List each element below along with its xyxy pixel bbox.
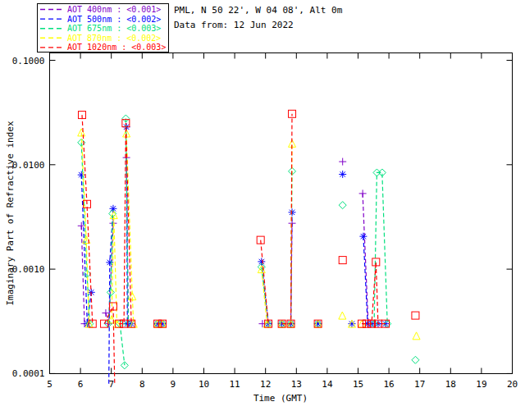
series-line [108,213,112,323]
legend-label: AOT 400nm : <0.001> [67,5,161,14]
asterisk-marker [258,258,265,265]
series-aot-1020nm [78,110,418,383]
x-tick-label: 16 [383,379,394,390]
asterisk-marker [359,233,367,240]
header-location: PML, N 50 22', W 04 08', Alt 0m [174,5,343,16]
asterisk-marker [109,205,116,212]
plot-frame [50,53,513,374]
triangle-marker [339,312,346,319]
x-tick-label: 12 [260,379,271,390]
legend-item: AOT 1020nm : <0.003> [40,43,166,52]
series-aot-400nm [78,154,372,328]
asterisk-marker [78,171,85,179]
x-tick-label: 19 [476,379,486,390]
square-marker [289,110,296,117]
legend-label: AOT 1020nm : <0.003> [67,43,166,52]
refractive-index-chart: PML, N 50 22', W 04 08', Alt 0m Data fro… [0,0,525,420]
series-line [282,171,292,324]
legend-label: AOT 500nm : <0.002> [67,15,161,24]
legend-label: AOT 870nm : <0.002> [67,34,161,43]
series-line [282,114,292,324]
x-tick-label: 14 [322,379,333,390]
x-tick-label: 18 [445,379,456,390]
x-tick-label: 7 [108,379,114,390]
square-marker [339,257,346,264]
series-line [120,324,125,366]
series-line [262,269,267,324]
legend-item: AOT 870nm : <0.002> [40,34,161,43]
y-tick-label: 0.0010 [12,264,45,275]
y-tick-label: 0.0001 [12,368,45,379]
legend: AOT 400nm : <0.001>AOT 500nm : <0.002>AO… [38,4,169,52]
diamond-marker [121,362,128,369]
x-tick-label: 13 [291,379,302,390]
legend-item: AOT 675nm : <0.003> [40,24,161,33]
x-tick-label: 15 [353,379,363,390]
aeronet-plot-page: PML, N 50 22', W 04 08', Alt 0m Data fro… [0,0,525,420]
series-line [363,194,368,324]
x-tick-label: 8 [139,379,145,390]
square-marker [412,312,419,319]
legend-item: AOT 500nm : <0.002> [40,15,161,24]
y-tick-label: 0.1000 [12,56,45,66]
header-date: Data from: 12 Jun 2022 [174,20,294,30]
asterisk-marker [314,320,322,327]
diamond-marker [412,356,419,363]
x-tick-label: 6 [78,379,84,390]
x-tick-label: 5 [47,379,52,390]
series-line [282,212,292,324]
series-line [119,123,131,324]
diamond-marker [339,202,346,209]
legend-label: AOT 675nm : <0.003> [67,24,161,33]
x-tick-label: 10 [199,379,209,390]
plot-area [78,110,420,383]
plus-marker [359,189,367,197]
series-line [374,172,387,323]
x-axis-title: Time (GMT) [253,393,308,404]
y-axis-title: Imaginary Part of Refractive index [5,121,16,306]
x-tick-label: 11 [229,379,240,390]
x-tick-label: 17 [414,379,425,390]
series-line [126,134,134,324]
x-tick-label: 9 [171,379,176,390]
y-tick-label: 0.0100 [12,160,45,171]
triangle-marker [413,332,420,340]
x-tick-label: 20 [507,379,518,390]
asterisk-marker [339,171,346,178]
plus-marker [339,158,346,166]
legend-item: AOT 400nm : <0.001> [40,5,161,14]
asterisk-marker [348,320,355,327]
